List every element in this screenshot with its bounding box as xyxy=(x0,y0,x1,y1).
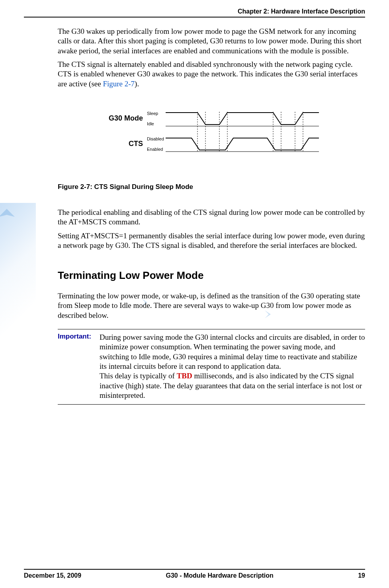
paragraph: Setting AT+MSCTS=1 permanently disables … xyxy=(58,231,365,251)
footer-date: December 15, 2009 xyxy=(24,572,81,579)
page: Chapter 2: Hardware Interface Descriptio… xyxy=(0,0,389,588)
waveform-mode xyxy=(166,113,319,125)
waveform-cts xyxy=(166,138,319,150)
important-label: Important: xyxy=(58,333,100,341)
row-label-cts: CTS xyxy=(129,140,143,148)
section-heading: Terminating Low Power Mode xyxy=(58,269,365,282)
guide-lines xyxy=(197,112,303,152)
paragraph: The CTS signal is alternately enabled an… xyxy=(58,60,365,89)
state-label-sleep: Sleep xyxy=(147,111,158,116)
paragraph: The G30 wakes up periodically from low p… xyxy=(58,27,365,56)
important-note: Important: During power saving mode the … xyxy=(58,329,365,405)
running-footer: December 15, 2009 G30 - Module Hardware … xyxy=(24,569,365,579)
text: This delay is typically of xyxy=(100,372,177,380)
text: During power saving mode the G30 interna… xyxy=(100,333,365,370)
paragraph: Terminating the low power mode, or wake-… xyxy=(58,291,365,320)
watermark-wedge xyxy=(0,203,36,362)
text: ). xyxy=(135,80,139,88)
footer-page-number: 19 xyxy=(358,572,365,579)
footer-title: G30 - Module Hardware Description xyxy=(81,572,358,579)
figure: G30 Mode Sleep Idle CTS Disabled Enabled xyxy=(58,108,365,164)
state-label-idle: Idle xyxy=(147,121,154,126)
timing-diagram: G30 Mode Sleep Idle CTS Disabled Enabled xyxy=(100,108,323,162)
content-area: The G30 wakes up periodically from low p… xyxy=(58,27,365,405)
figure-caption: Figure 2-7: CTS Signal During Sleep Mode xyxy=(58,183,365,191)
paragraph: The periodical enabling and disabling of… xyxy=(58,208,365,227)
tbd-placeholder: TBD xyxy=(177,372,192,380)
row-label-mode: G30 Mode xyxy=(109,114,143,122)
figure-reference-link[interactable]: Figure 2-7 xyxy=(103,80,135,88)
chapter-title: Chapter 2: Hardware Interface Descriptio… xyxy=(238,8,365,15)
state-label-enabled: Enabled xyxy=(147,147,163,152)
important-body: During power saving mode the G30 interna… xyxy=(100,333,365,400)
running-header: Chapter 2: Hardware Interface Descriptio… xyxy=(24,8,365,18)
state-label-disabled: Disabled xyxy=(147,136,164,141)
watermark-chevron xyxy=(0,207,17,227)
